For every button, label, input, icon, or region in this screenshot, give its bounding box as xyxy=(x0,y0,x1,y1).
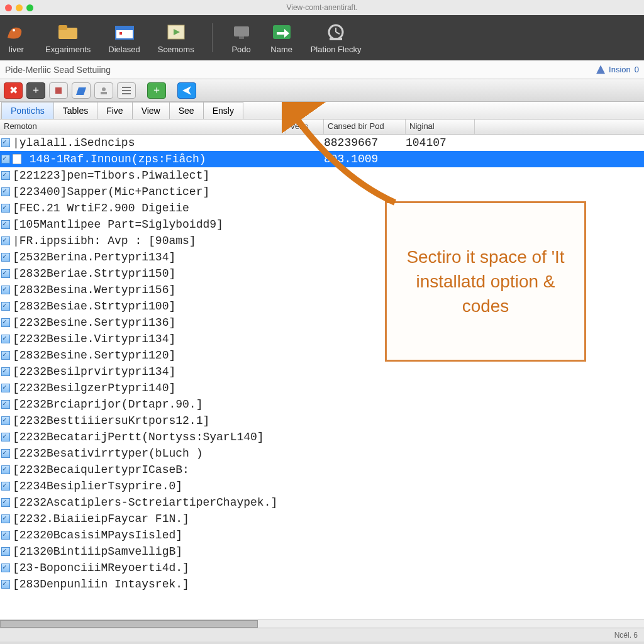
table-row[interactable]: [2232Besilprvirtypri134] xyxy=(0,364,644,380)
row-checkbox[interactable] xyxy=(1,155,10,164)
row-checkbox[interactable] xyxy=(1,286,10,294)
svg-rect-24 xyxy=(13,154,21,164)
row-checkbox[interactable] xyxy=(1,138,10,147)
toolbar-label: Podo xyxy=(231,45,250,54)
tab-pontichs[interactable]: Pontichs xyxy=(1,102,54,119)
row-checkbox[interactable] xyxy=(1,253,10,262)
table-row[interactable]: [2232.BiaiieipFaycar F1N.] xyxy=(0,511,644,527)
play-icon xyxy=(165,22,187,42)
row-text: [2232.BiaiieipFaycar F1N.] xyxy=(13,513,189,525)
cell-cansed: 803.1009 xyxy=(324,153,406,165)
table-row[interactable]: [2232Brciaprijor(Drtapr.90.] xyxy=(0,396,644,413)
minimize-icon[interactable] xyxy=(16,4,23,11)
toolbar-scemoms[interactable]: Scemoms xyxy=(158,22,194,54)
row-checkbox[interactable] xyxy=(1,187,10,196)
table-row[interactable]: [223400]Sapper(Mic+Pancticer] xyxy=(0,184,644,200)
row-checkbox[interactable] xyxy=(1,220,10,229)
row-checkbox[interactable] xyxy=(1,302,10,311)
row-checkbox[interactable] xyxy=(1,384,10,392)
send-button[interactable] xyxy=(177,82,196,99)
tab-tables[interactable]: Tables xyxy=(53,102,97,119)
table-row[interactable]: [2232BecaiqulertyprICaseB: xyxy=(0,462,644,478)
breadcrumb-bar: Pide-Merliic Sead Settuiing Insion 0 xyxy=(0,60,644,79)
table-row[interactable]: [21320BintiiipSamvelligB] xyxy=(0,543,644,560)
table-row[interactable]: [22320BcasisiMPaysIisled] xyxy=(0,527,644,543)
edit-button[interactable] xyxy=(72,82,91,99)
col-vens[interactable]: Vens xyxy=(286,119,324,134)
row-checkbox[interactable] xyxy=(1,498,10,507)
toolbar-liver[interactable]: liver xyxy=(5,22,28,54)
row-checkbox[interactable] xyxy=(1,482,10,491)
row-text: [2832Besine.Sertypri120] xyxy=(13,349,175,362)
row-checkbox[interactable] xyxy=(1,351,10,360)
toolbar-dielased[interactable]: Dielased xyxy=(108,22,140,54)
close-icon[interactable] xyxy=(5,4,12,11)
status-bar: Ncél. 6 xyxy=(0,628,644,641)
delete-button[interactable]: ✖ xyxy=(4,82,23,99)
table-row[interactable]: [2232Besativirrtyper(bLuch ) xyxy=(0,445,644,462)
row-checkbox[interactable] xyxy=(1,449,10,458)
action-iconbar: ✖ ＋ ＋ xyxy=(0,79,644,102)
row-checkbox[interactable] xyxy=(1,367,10,376)
table-row[interactable]: [2232Ascatiplers-SctreiartiperChaypek.] xyxy=(0,494,644,511)
col-niginal[interactable]: Niginal xyxy=(406,119,475,134)
table-row[interactable]: [2232BesttiiiersuKrtpors12.1] xyxy=(0,413,644,429)
col-remoton[interactable]: Remoton xyxy=(0,119,286,134)
row-text: |FR.ippsiibh: Avp : [90ams] xyxy=(13,235,196,247)
profile-button[interactable] xyxy=(94,82,113,99)
new-button[interactable]: ＋ xyxy=(147,82,166,99)
row-text: [223400]Sapper(Mic+Pancticer] xyxy=(13,186,209,198)
table-row[interactable]: [221223]pen=Tibors.Piwailect] xyxy=(0,167,644,184)
cell-niginal: 104107 xyxy=(406,136,475,149)
row-checkbox[interactable] xyxy=(1,531,10,540)
svg-rect-20 xyxy=(122,87,131,88)
tab-see[interactable]: See xyxy=(169,102,204,119)
file-icon xyxy=(13,154,23,164)
folder-icon xyxy=(57,22,79,42)
row-checkbox[interactable] xyxy=(1,204,10,213)
tab-ensly[interactable]: Ensly xyxy=(203,102,243,119)
toolbar-label: Name xyxy=(270,45,292,54)
row-checkbox[interactable] xyxy=(1,514,10,523)
row-checkbox[interactable] xyxy=(1,416,10,425)
table-row[interactable]: [23-BoponciiiMReyoerti4d.] xyxy=(0,560,644,576)
svg-rect-2 xyxy=(58,25,67,30)
insion-indicator[interactable]: Insion 0 xyxy=(596,65,639,74)
table-row[interactable]: [2232BesilgzerPtypri140] xyxy=(0,380,644,396)
row-text: [283Denpunliin Intaysrek.] xyxy=(13,578,189,591)
row-checkbox[interactable] xyxy=(1,269,10,278)
row-checkbox[interactable] xyxy=(1,547,10,556)
add-button[interactable]: ＋ xyxy=(26,82,45,99)
toolbar-name[interactable]: Name xyxy=(270,22,293,54)
row-checkbox[interactable] xyxy=(1,318,10,327)
table-row[interactable]: [2234BesiplierTsyprire.0] xyxy=(0,478,644,494)
row-checkbox[interactable] xyxy=(1,564,10,572)
toolbar-plation-flecky[interactable]: Plation Flecky xyxy=(311,22,362,54)
row-checkbox[interactable] xyxy=(1,433,10,441)
tab-view[interactable]: View xyxy=(132,102,170,119)
scrollbar-thumb[interactable] xyxy=(0,620,258,628)
tab-five[interactable]: Five xyxy=(97,102,132,119)
row-text: [21320BintiiipSamvelligB] xyxy=(13,545,182,558)
row-checkbox[interactable] xyxy=(1,335,10,343)
flag-button[interactable] xyxy=(49,82,68,99)
toolbar-podo[interactable]: Podo xyxy=(230,22,253,54)
window-controls xyxy=(5,4,33,11)
toolbar-label: liver xyxy=(9,45,24,54)
row-text: [2234BesiplierTsyprire.0] xyxy=(13,480,182,492)
table-row[interactable]: [2232BecatarijPertt(Nortyss:SyarL140] xyxy=(0,429,644,445)
list-button[interactable] xyxy=(117,82,136,99)
row-text: [22320BcasisiMPaysIisled] xyxy=(13,529,182,541)
row-checkbox[interactable] xyxy=(1,580,10,589)
toolbar-exgariments[interactable]: Exgariments xyxy=(45,22,91,54)
col-cansed[interactable]: Cansed bir Pod xyxy=(324,119,406,134)
row-checkbox[interactable] xyxy=(1,400,10,409)
table-row[interactable]: 148-1Raf.Innoun(zps:Fiåch)803.1009 xyxy=(0,151,644,167)
row-checkbox[interactable] xyxy=(1,236,10,245)
row-checkbox[interactable] xyxy=(1,465,10,474)
table-row[interactable]: [283Denpunliin Intaysrek.] xyxy=(0,576,644,592)
horizontal-scrollbar[interactable] xyxy=(0,619,644,628)
zoom-icon[interactable] xyxy=(26,4,33,11)
table-row[interactable]: |ylalall.iSedncips88239667104107 xyxy=(0,135,644,151)
row-checkbox[interactable] xyxy=(1,171,10,180)
